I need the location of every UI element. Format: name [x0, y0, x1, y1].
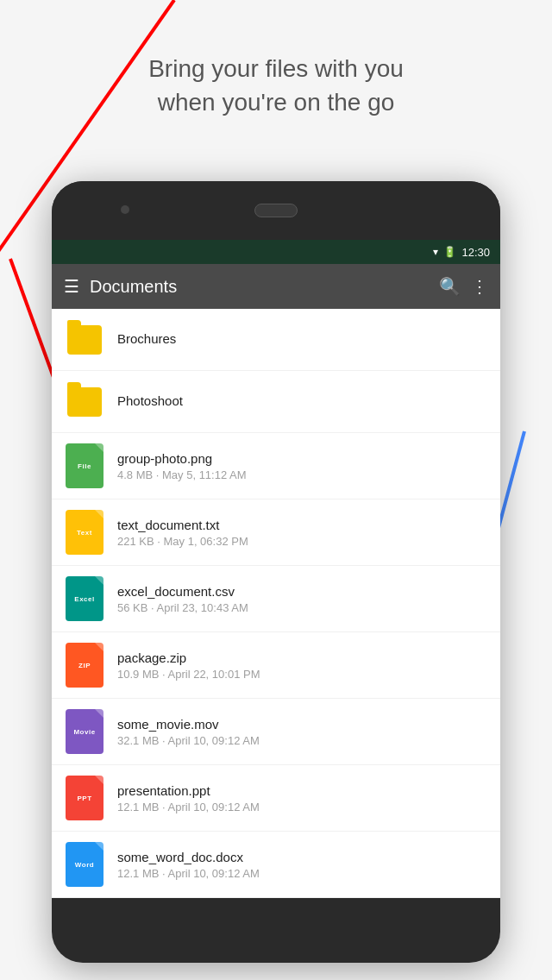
folder-shape	[67, 387, 102, 417]
file-type-label: Text	[77, 529, 92, 537]
folder-name: Brochures	[117, 331, 486, 346]
folder-icon	[66, 383, 104, 421]
file-type-label: Word	[75, 861, 94, 869]
file-type-icon: File	[66, 443, 104, 488]
list-item[interactable]: Word some_word_doc.docx 12.1 MB · April …	[52, 832, 500, 898]
file-info: some_word_doc.docx 12.1 MB · April 10, 0…	[117, 850, 486, 880]
tagline-line2: when you're on the go	[158, 89, 395, 116]
file-info: presentation.ppt 12.1 MB · April 10, 09:…	[117, 783, 486, 814]
file-name: package.zip	[117, 650, 486, 665]
file-type-label: ZIP	[78, 662, 91, 669]
list-item[interactable]: File group-photo.png 4.8 MB · May 5, 11:…	[52, 433, 500, 499]
status-bar: ▾ 🔋 12:30	[52, 240, 500, 264]
file-type-label: Excel	[74, 595, 94, 603]
file-meta: 32.1 MB · April 10, 09:12 AM	[117, 734, 486, 747]
file-type-label: Movie	[73, 728, 95, 736]
file-info: text_document.txt 221 KB · May 1, 06:32 …	[117, 518, 486, 548]
tagline-line1: Bring your files with you	[148, 55, 404, 82]
list-item[interactable]: PPT presentation.ppt 12.1 MB · April 10,…	[52, 765, 500, 832]
list-item[interactable]: Brochures	[52, 309, 500, 371]
file-info: package.zip 10.9 MB · April 22, 10:01 PM	[117, 650, 486, 681]
file-meta: 221 KB · May 1, 06:32 PM	[117, 535, 486, 548]
folder-shape	[67, 325, 102, 355]
list-item[interactable]: Excel excel_document.csv 56 KB · April 2…	[52, 566, 500, 632]
file-type-icon: ZIP	[66, 643, 104, 688]
folder-icon	[66, 321, 104, 359]
file-type-icon: Text	[66, 510, 104, 555]
file-type-label: File	[78, 462, 91, 470]
file-meta: 4.8 MB · May 5, 11:12 AM	[117, 468, 486, 481]
file-info: excel_document.csv 56 KB · April 23, 10:…	[117, 584, 486, 614]
file-type-label: PPT	[77, 795, 91, 802]
file-name: some_word_doc.docx	[117, 850, 486, 864]
phone-top-bezel	[52, 181, 500, 240]
search-icon[interactable]: 🔍	[439, 276, 461, 297]
list-item[interactable]: Photoshoot	[52, 371, 500, 433]
battery-icon: 🔋	[443, 246, 456, 258]
file-name: some_movie.mov	[117, 717, 486, 732]
file-type-icon: Word	[66, 842, 104, 887]
app-bar-title: Documents	[90, 277, 429, 297]
menu-icon[interactable]: ☰	[64, 276, 79, 297]
file-meta: 10.9 MB · April 22, 10:01 PM	[117, 668, 486, 681]
list-item[interactable]: Movie some_movie.mov 32.1 MB · April 10,…	[52, 699, 500, 765]
file-info: Photoshoot	[117, 393, 486, 411]
file-info: some_movie.mov 32.1 MB · April 10, 09:12…	[117, 717, 486, 747]
file-meta: 12.1 MB · April 10, 09:12 AM	[117, 867, 486, 880]
front-camera	[121, 205, 129, 214]
file-type-icon: PPT	[66, 776, 104, 820]
earpiece-speaker	[254, 204, 298, 217]
file-info: group-photo.png 4.8 MB · May 5, 11:12 AM	[117, 451, 486, 481]
file-type-icon: Excel	[66, 576, 104, 621]
wifi-icon: ▾	[433, 246, 438, 258]
file-name: presentation.ppt	[117, 783, 486, 798]
file-name: text_document.txt	[117, 518, 486, 532]
list-item[interactable]: Text text_document.txt 221 KB · May 1, 0…	[52, 499, 500, 566]
status-time: 12:30	[461, 246, 490, 259]
file-info: Brochures	[117, 331, 486, 349]
list-item[interactable]: ZIP package.zip 10.9 MB · April 22, 10:0…	[52, 632, 500, 699]
app-bar: ☰ Documents 🔍 ⋮	[52, 264, 500, 309]
phone-mockup: ▾ 🔋 12:30 ☰ Documents 🔍 ⋮ Brochures Phot…	[52, 181, 500, 963]
file-type-icon: Movie	[66, 709, 104, 754]
file-list: Brochures Photoshoot File group-photo.pn…	[52, 309, 500, 898]
more-options-icon[interactable]: ⋮	[471, 276, 488, 297]
file-name: group-photo.png	[117, 451, 486, 466]
file-meta: 12.1 MB · April 10, 09:12 AM	[117, 801, 486, 814]
file-name: excel_document.csv	[117, 584, 486, 599]
folder-name: Photoshoot	[117, 393, 486, 408]
tagline: Bring your files with you when you're on…	[0, 52, 552, 119]
file-meta: 56 KB · April 23, 10:43 AM	[117, 601, 486, 614]
